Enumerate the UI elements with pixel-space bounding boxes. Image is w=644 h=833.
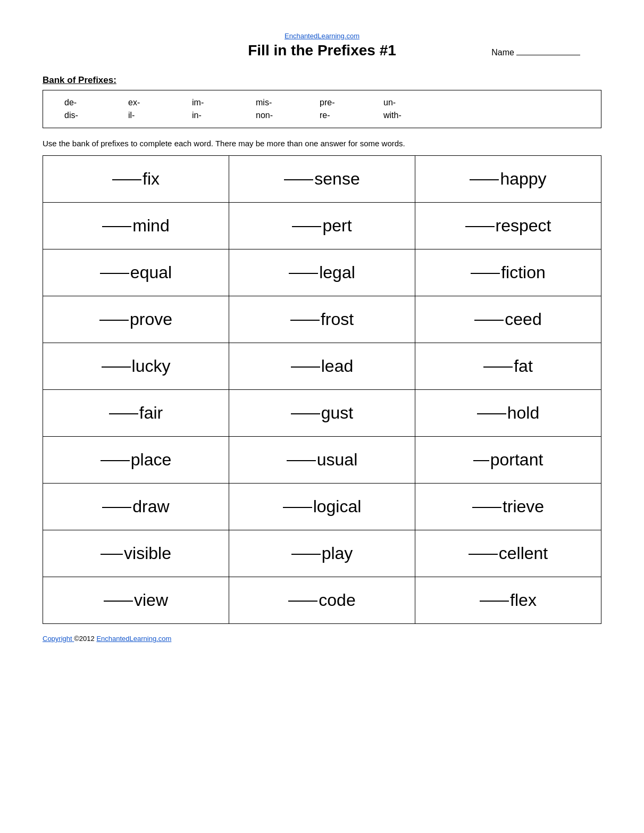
name-line xyxy=(516,55,580,55)
bank-box: de- ex- im- mis- pre- un- dis- il- in- n… xyxy=(43,90,601,128)
word-grid: fix sense happy mind pert respect equal … xyxy=(43,155,601,624)
word-cell-happy: happy xyxy=(415,156,601,203)
word-legal: legal xyxy=(319,263,355,282)
blank-lucky xyxy=(102,365,131,368)
bank-item-ex: ex- xyxy=(128,98,160,107)
blank-play xyxy=(291,553,321,555)
bank-item-im: im- xyxy=(192,98,224,107)
word-hold: hold xyxy=(507,403,540,423)
name-field: Name xyxy=(491,48,580,57)
blank-flex xyxy=(480,599,509,602)
word-cell-frost: frost xyxy=(229,296,415,343)
blank-hold xyxy=(477,412,506,414)
word-portant: portant xyxy=(490,450,543,470)
word-fix: fix xyxy=(143,169,160,189)
blank-prove xyxy=(99,319,129,321)
word-respect: respect xyxy=(496,216,551,236)
word-cell-fiction: fiction xyxy=(415,249,601,296)
word-fat: fat xyxy=(514,356,533,376)
bank-item-non: non- xyxy=(256,111,288,120)
word-fiction: fiction xyxy=(501,263,546,282)
word-cell-draw: draw xyxy=(43,484,229,530)
word-draw: draw xyxy=(132,497,169,517)
word-logical: logical xyxy=(313,497,362,517)
footer-copyright-link[interactable]: Copyright xyxy=(43,635,74,643)
name-label: Name xyxy=(491,48,514,57)
bank-item-pre: pre- xyxy=(320,98,352,107)
blank-fiction xyxy=(471,272,500,274)
bank-section: Bank of Prefixes: de- ex- im- mis- pre- … xyxy=(43,75,601,128)
blank-view xyxy=(104,599,133,602)
blank-frost xyxy=(290,319,320,321)
word-cell-code: code xyxy=(229,577,415,624)
instructions: Use the bank of prefixes to complete eac… xyxy=(43,139,601,148)
word-flex: flex xyxy=(510,590,537,610)
footer-site-link-text: EnchantedLearning.com xyxy=(96,635,171,643)
word-usual: usual xyxy=(317,450,358,470)
word-play: play xyxy=(322,544,353,563)
word-cell-place: place xyxy=(43,437,229,484)
word-cell-gust: gust xyxy=(229,390,415,437)
blank-gust xyxy=(291,412,320,414)
word-cell-visible: visible xyxy=(43,530,229,577)
blank-fair xyxy=(109,412,138,414)
word-cell-portant: portant xyxy=(415,437,601,484)
word-cell-fat: fat xyxy=(415,343,601,390)
word-cell-lucky: lucky xyxy=(43,343,229,390)
blank-fat xyxy=(483,365,513,368)
bank-item-il: il- xyxy=(128,111,160,120)
word-sense: sense xyxy=(314,169,359,189)
word-cell-fix: fix xyxy=(43,156,229,203)
word-cell-play: play xyxy=(229,530,415,577)
word-code: code xyxy=(319,590,355,610)
blank-trieve xyxy=(472,506,501,508)
word-cell-mind: mind xyxy=(43,203,229,249)
blank-happy xyxy=(470,178,499,180)
word-frost: frost xyxy=(321,310,354,329)
word-visible: visible xyxy=(124,544,171,563)
word-prove: prove xyxy=(130,310,172,329)
word-place: place xyxy=(131,450,172,470)
blank-mind xyxy=(102,225,131,227)
word-ceed: ceed xyxy=(505,310,541,329)
footer-copyright: Copyright xyxy=(43,635,72,643)
page-header: EnchantedLearning.com Fill in the Prefix… xyxy=(43,32,601,59)
blank-respect xyxy=(465,225,495,227)
blank-visible xyxy=(101,553,123,555)
word-fair: fair xyxy=(139,403,163,423)
word-view: view xyxy=(134,590,168,610)
word-cell-lead: lead xyxy=(229,343,415,390)
blank-place xyxy=(101,459,130,461)
word-equal: equal xyxy=(130,263,172,282)
word-cell-respect: respect xyxy=(415,203,601,249)
word-gust: gust xyxy=(321,403,353,423)
word-cell-cellent: cellent xyxy=(415,530,601,577)
word-cell-equal: equal xyxy=(43,249,229,296)
blank-draw xyxy=(102,506,131,508)
blank-sense xyxy=(284,178,313,180)
blank-portant xyxy=(473,459,489,461)
word-cell-usual: usual xyxy=(229,437,415,484)
word-cell-pert: pert xyxy=(229,203,415,249)
bank-item-de: de- xyxy=(64,98,96,107)
blank-logical xyxy=(283,506,312,508)
bank-item-un: un- xyxy=(383,98,415,107)
bank-row-1: de- ex- im- mis- pre- un- xyxy=(64,98,580,107)
bank-item-dis: dis- xyxy=(64,111,96,120)
blank-pert xyxy=(292,225,321,227)
word-cell-prove: prove xyxy=(43,296,229,343)
header-site-link-text: EnchantedLearning.com xyxy=(285,32,359,40)
blank-code xyxy=(288,599,317,602)
bank-item-mis: mis- xyxy=(256,98,288,107)
word-lucky: lucky xyxy=(132,356,171,376)
word-lead: lead xyxy=(321,356,354,376)
word-cell-logical: logical xyxy=(229,484,415,530)
word-pert: pert xyxy=(322,216,352,236)
blank-ceed xyxy=(474,319,504,321)
header-site-link[interactable]: EnchantedLearning.com xyxy=(43,32,601,40)
word-cell-sense: sense xyxy=(229,156,415,203)
footer-site-link[interactable]: EnchantedLearning.com xyxy=(96,635,171,643)
blank-lead xyxy=(291,365,320,368)
blank-equal xyxy=(100,272,129,274)
word-cell-hold: hold xyxy=(415,390,601,437)
